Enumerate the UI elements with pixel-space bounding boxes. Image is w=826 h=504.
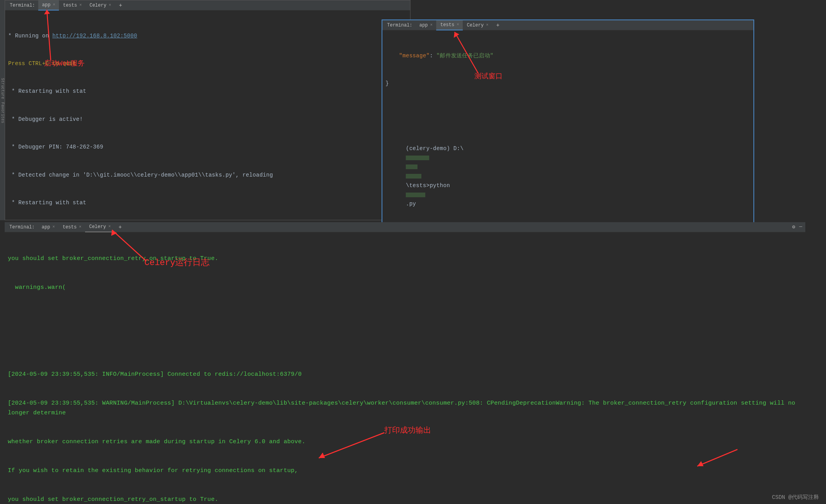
add-tab-button[interactable]: + [115,2,126,9]
close-icon[interactable]: × [486,23,488,27]
redacted-path [406,164,417,169]
terminal-panel-tests: Terminal: app× tests× Celery× + "message… [382,19,754,225]
terminal-tab-bar-tests: Terminal: app× tests× Celery× + [382,20,753,30]
terminal-output-celery[interactable]: you should set broker_connection_retry_o… [5,232,805,504]
tab-bar-label: Terminal: [6,225,38,230]
tab-celery[interactable]: Celery× [463,20,492,30]
terminal-panel-celery: Terminal: app× tests× Celery× + ⚙ — you … [5,222,805,495]
tab-app[interactable]: app× [38,0,59,11]
redacted-filename [406,193,425,197]
prompt-prefix: (celery-demo) D:\ [406,145,464,152]
close-icon[interactable]: × [108,225,111,229]
redacted-path [406,156,429,160]
close-icon[interactable]: × [79,3,82,7]
tab-tests[interactable]: tests× [59,222,85,232]
tab-tests[interactable]: tests× [59,0,85,11]
terminal-tab-bar-celery: Terminal: app× tests× Celery× + ⚙ — [5,222,805,232]
close-icon[interactable]: × [53,3,55,7]
close-icon[interactable]: × [52,225,55,229]
add-tab-button[interactable]: + [115,224,126,230]
tab-bar-label: Terminal: [384,23,416,28]
terminal-panel-app: Terminal: app× tests× Celery× + * Runnin… [5,0,410,220]
server-url-link[interactable]: http://192.168.8.102:5000 [52,33,137,39]
close-icon[interactable]: × [430,23,432,27]
close-icon[interactable]: × [109,3,111,7]
watermark: CSDN @代码写注释 [772,494,819,501]
tab-tests[interactable]: tests× [436,20,463,30]
tab-celery[interactable]: Celery× [85,222,114,232]
redacted-path [406,174,421,179]
ctrl-c-hint: Press CTRL+C to quit [8,59,407,69]
ide-left-sidebar[interactable]: Structure Favorites [0,0,5,220]
close-icon[interactable]: × [79,225,81,229]
tab-celery[interactable]: Celery× [85,0,115,11]
minimize-icon[interactable]: — [799,224,802,230]
add-tab-button[interactable]: + [492,22,503,28]
sidebar-structure[interactable]: Structure [0,78,5,99]
sidebar-favorites[interactable]: Favorites [0,102,5,123]
gear-icon[interactable]: ⚙ [792,224,795,230]
tab-bar-label: Terminal: [7,3,38,8]
tab-app[interactable]: app× [416,20,437,30]
panel-controls: ⚙ — [792,224,802,230]
tab-app[interactable]: app× [38,222,59,232]
close-icon[interactable]: × [457,23,459,27]
terminal-tab-bar-app: Terminal: app× tests× Celery× + [5,0,410,11]
